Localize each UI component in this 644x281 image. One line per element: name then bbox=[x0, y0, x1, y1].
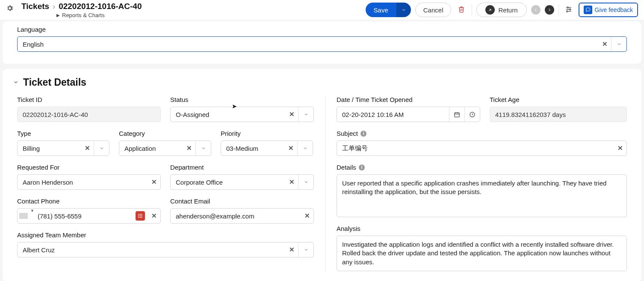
svg-point-10 bbox=[140, 215, 141, 216]
save-button[interactable]: Save bbox=[366, 3, 396, 17]
contact-phone-label: Contact Phone bbox=[17, 197, 161, 205]
svg-point-12 bbox=[138, 217, 139, 218]
chevron-down-icon[interactable] bbox=[298, 107, 313, 122]
subject-field[interactable]: 工单编号 ✕ bbox=[337, 140, 627, 156]
clear-icon[interactable]: ✕ bbox=[285, 175, 298, 189]
caret-right-icon: ▶ bbox=[56, 13, 60, 18]
trash-icon[interactable] bbox=[455, 3, 467, 17]
chevron-down-icon[interactable] bbox=[611, 37, 626, 51]
language-label: Language bbox=[17, 26, 627, 33]
return-arrow-icon bbox=[485, 5, 495, 15]
priority-select[interactable]: 03-Medium ✕ bbox=[221, 140, 313, 156]
chevron-down-icon[interactable] bbox=[94, 141, 109, 155]
contact-phone-field[interactable]: ▼ (781) 555-6559 ✕ bbox=[17, 208, 161, 224]
breadcrumb-current: 02202012-1016-AC-40 bbox=[59, 2, 142, 11]
svg-point-13 bbox=[140, 217, 141, 218]
subject-label: Subject i bbox=[337, 130, 627, 137]
analysis-label: Analysis bbox=[337, 225, 627, 232]
page-header: Tickets › 02202012-1016-AC-40 ▶ Reports … bbox=[0, 0, 644, 20]
details-left-column: Ticket ID 02202012-1016-AC-40 Status O-A… bbox=[17, 96, 325, 271]
nav-prev-icon[interactable] bbox=[531, 5, 541, 15]
ticket-details-card: Ticket Details Ticket ID 02202012-1016-A… bbox=[3, 69, 641, 281]
category-label: Category bbox=[119, 130, 211, 137]
requested-for-label: Requested For bbox=[17, 164, 161, 171]
clear-icon[interactable]: ✕ bbox=[148, 175, 160, 189]
dialpad-icon[interactable] bbox=[136, 211, 145, 221]
priority-label: Priority bbox=[221, 130, 313, 137]
return-button[interactable]: Return bbox=[476, 3, 526, 17]
clear-icon[interactable]: ✕ bbox=[183, 141, 195, 155]
give-feedback-button[interactable]: Give feedback bbox=[579, 3, 638, 17]
svg-point-5 bbox=[566, 11, 567, 12]
svg-point-11 bbox=[141, 215, 142, 216]
caret-down-icon[interactable]: ▼ bbox=[30, 209, 36, 223]
language-select[interactable]: English ✕ bbox=[17, 36, 627, 52]
nav-next-icon[interactable] bbox=[545, 5, 554, 15]
reports-link[interactable]: Reports & Charts bbox=[62, 12, 105, 18]
svg-point-7 bbox=[140, 214, 141, 215]
details-label: Details i bbox=[337, 164, 627, 171]
type-label: Type bbox=[17, 130, 109, 137]
clear-icon[interactable]: ✕ bbox=[285, 242, 298, 257]
clear-icon[interactable]: ✕ bbox=[285, 107, 298, 122]
clear-icon[interactable]: ✕ bbox=[284, 141, 297, 155]
contact-email-field[interactable]: ahenderson@example.com ✕ bbox=[170, 208, 314, 224]
sliders-icon[interactable] bbox=[563, 4, 574, 16]
calendar-icon[interactable] bbox=[449, 107, 464, 122]
breadcrumb-root[interactable]: Tickets bbox=[21, 2, 49, 11]
chevron-down-icon[interactable] bbox=[297, 141, 313, 155]
clear-icon[interactable]: ✕ bbox=[81, 141, 94, 155]
analysis-textarea[interactable]: Investigated the application logs and id… bbox=[337, 236, 627, 271]
section-title: Ticket Details bbox=[23, 77, 86, 88]
ticket-age-label: Ticket Age bbox=[490, 96, 627, 103]
cancel-button[interactable]: Cancel bbox=[415, 3, 452, 17]
info-icon[interactable]: i bbox=[359, 164, 365, 170]
chevron-down-icon[interactable] bbox=[195, 141, 211, 155]
header-actions: Save Cancel Return bbox=[366, 2, 638, 17]
collapse-chevron-icon[interactable] bbox=[13, 79, 19, 87]
status-label: Status bbox=[170, 96, 314, 103]
clear-icon[interactable]: ✕ bbox=[614, 141, 626, 155]
clear-icon[interactable]: ✕ bbox=[148, 209, 160, 223]
ticket-id-field: 02202012-1016-AC-40 bbox=[17, 107, 161, 122]
divider bbox=[472, 4, 472, 15]
clear-icon[interactable]: ✕ bbox=[598, 37, 611, 51]
contact-email-label: Contact Email bbox=[170, 197, 314, 205]
status-select[interactable]: O-Assigned ✕ bbox=[170, 107, 314, 122]
language-card: Language English ✕ bbox=[3, 21, 641, 64]
ticket-age-field: 4119.83241162037 days bbox=[490, 107, 627, 122]
clock-icon[interactable] bbox=[464, 107, 480, 122]
country-flag-icon[interactable] bbox=[18, 209, 30, 223]
chevron-down-icon[interactable] bbox=[298, 242, 313, 257]
chevron-right-icon: › bbox=[53, 2, 55, 11]
svg-point-4 bbox=[569, 9, 570, 10]
language-value: English bbox=[18, 37, 598, 51]
svg-point-14 bbox=[141, 217, 142, 218]
department-select[interactable]: Corporate Office ✕ bbox=[170, 174, 314, 190]
assigned-label: Assigned Team Member bbox=[17, 231, 314, 239]
department-label: Department bbox=[170, 164, 314, 171]
svg-point-6 bbox=[138, 214, 139, 215]
breadcrumb: Tickets › 02202012-1016-AC-40 ▶ Reports … bbox=[21, 2, 142, 18]
svg-rect-15 bbox=[455, 113, 459, 117]
date-opened-field[interactable]: 02-20-2012 10:16 AM bbox=[337, 107, 480, 122]
requested-for-field[interactable]: Aaron Henderson ✕ bbox=[17, 174, 161, 190]
date-opened-label: Date / Time Ticket Opened bbox=[337, 96, 480, 103]
save-more-button[interactable] bbox=[396, 3, 411, 17]
category-select[interactable]: Application ✕ bbox=[119, 140, 211, 156]
svg-point-9 bbox=[138, 215, 139, 216]
divider bbox=[558, 4, 559, 15]
details-textarea[interactable]: User reported that a specific applicatio… bbox=[337, 174, 627, 217]
svg-point-8 bbox=[141, 214, 142, 215]
assigned-select[interactable]: Albert Cruz ✕ bbox=[17, 242, 314, 257]
details-right-column: Date / Time Ticket Opened 02-20-2012 10:… bbox=[325, 96, 627, 271]
info-icon[interactable]: i bbox=[360, 131, 366, 137]
gear-icon[interactable] bbox=[6, 6, 14, 13]
clear-icon[interactable]: ✕ bbox=[301, 209, 313, 223]
chevron-down-icon[interactable] bbox=[298, 175, 313, 189]
type-select[interactable]: Billing ✕ bbox=[17, 140, 109, 156]
feedback-icon bbox=[584, 6, 592, 14]
ticket-id-label: Ticket ID bbox=[17, 96, 161, 103]
svg-point-3 bbox=[567, 7, 568, 8]
